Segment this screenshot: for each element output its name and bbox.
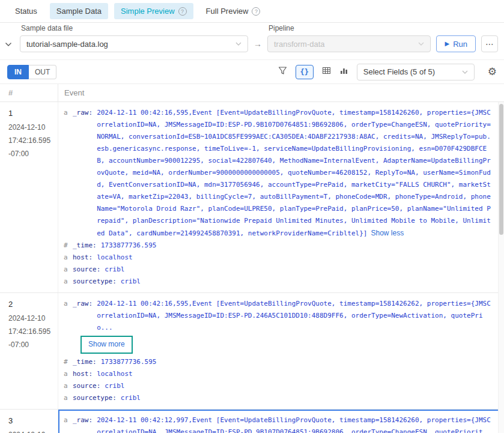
string-type-icon: a (64, 392, 73, 404)
tab-status[interactable]: Status (8, 3, 44, 19)
filter-button[interactable] (278, 66, 287, 77)
field-value: cribl (121, 392, 494, 404)
event-row-3[interactable]: 3 2024-12-10 17:42:12.997 -07:00 a _raw:… (0, 410, 504, 433)
show-less-link[interactable]: Show less (371, 229, 404, 237)
field-key: source: (73, 380, 100, 392)
show-more-line: Show more (80, 336, 494, 354)
event-number: 2 (8, 299, 54, 310)
chart-view-button[interactable] (339, 66, 348, 77)
field-value: cribl (105, 380, 494, 392)
chevron-down-icon (462, 70, 468, 74)
event-date: 2024-12-10 (8, 312, 54, 325)
event-number-cell: 1 2024-12-10 17:42:16.595 -07:00 (0, 102, 58, 292)
string-type-icon: a (64, 414, 73, 426)
ellipsis-icon: ⋯ (485, 39, 494, 49)
field-line: a source: cribl (64, 380, 494, 392)
tab-simple-preview-label: Simple Preview (121, 7, 175, 16)
in-out-toggle: IN OUT (7, 65, 56, 79)
field-value: 1733877736.595 (101, 240, 494, 252)
events-table-header: # Event (0, 84, 504, 102)
sample-data-preview-panel: Status Sample Data Simple Preview ? Full… (0, 0, 504, 433)
raw-text: 2024-12-11 00:42:16,595,Event [Event=Upd… (97, 109, 491, 237)
json-view-button[interactable]: {} (296, 65, 314, 79)
field-line: # _time: 1733877736.595 (64, 240, 494, 252)
help-icon[interactable]: ? (252, 7, 260, 16)
chevron-down-icon (418, 42, 424, 46)
show-more-link[interactable]: Show more (88, 340, 125, 348)
vertical-scrollbar[interactable] (498, 102, 504, 433)
braces-icon: {} (300, 68, 309, 76)
string-type-icon: a (64, 298, 73, 310)
tutorial-highlight-box: Show more (80, 336, 133, 354)
field-value: localhost (97, 368, 494, 380)
sample-file-value: tutorial-sample-data.log (26, 40, 108, 49)
event-number: 3 (8, 416, 54, 426)
pipeline-group: Pipeline transform-data (267, 24, 431, 52)
table-icon (322, 66, 331, 77)
collapse-panel-button[interactable] (2, 35, 14, 52)
event-time: 17:42:16.595 (8, 325, 54, 338)
field-line: a host: localhost (64, 252, 494, 264)
gear-icon: ⚙ (488, 65, 497, 78)
out-toggle-button[interactable]: OUT (29, 65, 56, 79)
event-detail-cell: a _raw: 2024-12-11 00:42:16,595,Event [E… (58, 102, 504, 292)
chevron-down-icon (235, 42, 241, 46)
field-line: a sourcetype: cribl (64, 392, 494, 404)
run-button[interactable]: ▶ Run (436, 35, 476, 52)
event-row-1[interactable]: 1 2024-12-10 17:42:16.595 -07:00 a _raw:… (0, 102, 504, 293)
event-timezone: -07:00 (8, 338, 54, 351)
pipeline-select[interactable]: transform-data (267, 35, 431, 52)
string-type-icon: a (64, 380, 73, 392)
in-toggle-button[interactable]: IN (7, 65, 29, 79)
controls-row: Sample data file tutorial-sample-data.lo… (0, 23, 504, 60)
event-detail-cell: a _raw: 2024-12-11 00:42:16,595,Event [E… (58, 293, 504, 409)
number-type-icon: # (64, 240, 73, 252)
sample-file-group: Sample data file tutorial-sample-data.lo… (20, 24, 248, 52)
field-value: localhost (97, 252, 494, 264)
raw-field-line: a _raw: 2024-12-11 00:42:16,595,Event [E… (64, 298, 494, 334)
field-line: # _time: 1733877736.595 (64, 356, 494, 368)
field-key: host: (73, 252, 93, 264)
more-options-button[interactable]: ⋯ (481, 35, 498, 52)
field-line: a source: cribl (64, 264, 494, 276)
settings-button[interactable]: ⚙ (488, 65, 497, 78)
sample-file-select[interactable]: tutorial-sample-data.log (20, 35, 248, 52)
tab-sample-data-label: Sample Data (56, 7, 102, 16)
tab-status-label: Status (15, 7, 37, 16)
field-value: cribl (105, 264, 494, 276)
event-number: 1 (8, 108, 54, 119)
tab-full-preview[interactable]: Full Preview ? (199, 3, 267, 19)
select-fields-dropdown[interactable]: Select Fields (5 of 5) (357, 64, 475, 80)
chevron-down-icon (5, 38, 12, 49)
field-key: _time: (73, 356, 97, 368)
field-key: _raw: (73, 107, 93, 119)
tab-simple-preview[interactable]: Simple Preview ? (114, 3, 193, 19)
field-key: _raw: (73, 414, 93, 426)
event-number-cell: 3 2024-12-10 17:42:12.997 -07:00 (0, 410, 58, 433)
raw-field-line: a _raw: 2024-12-11 00:42:16,595,Event [E… (64, 107, 494, 240)
play-icon: ▶ (445, 41, 449, 47)
pipeline-value: transform-data (274, 40, 325, 49)
tab-sample-data[interactable]: Sample Data (50, 3, 108, 19)
raw-field-line: a _raw: 2024-12-11 00:42:12,997,Event [E… (64, 414, 494, 433)
pipeline-label: Pipeline (267, 24, 431, 32)
funnel-icon (278, 66, 287, 77)
event-row-2[interactable]: 2 2024-12-10 17:42:16.595 -07:00 a _raw:… (0, 293, 504, 410)
toolbar-right-group: {} Select Fields (5 of 5) ⚙ (278, 64, 497, 80)
help-icon[interactable]: ? (178, 7, 187, 16)
scrollbar-thumb[interactable] (499, 104, 503, 235)
string-type-icon: a (64, 368, 73, 380)
run-button-label: Run (453, 40, 467, 49)
column-header-event: Event (58, 84, 504, 101)
string-type-icon: a (64, 107, 73, 119)
string-type-icon: a (64, 252, 73, 264)
table-view-button[interactable] (322, 66, 331, 77)
raw-field-value: 2024-12-11 00:42:12,997,Event [Event=Upd… (97, 414, 494, 433)
field-key: _time: (73, 240, 97, 252)
field-value: 1733877736.595 (101, 356, 494, 368)
field-key: _raw: (73, 298, 93, 310)
select-fields-value: Select Fields (5 of 5) (363, 67, 435, 76)
event-date: 2024-12-10 (8, 428, 54, 433)
tab-full-preview-label: Full Preview (206, 7, 249, 16)
field-key: sourcetype: (73, 276, 117, 288)
